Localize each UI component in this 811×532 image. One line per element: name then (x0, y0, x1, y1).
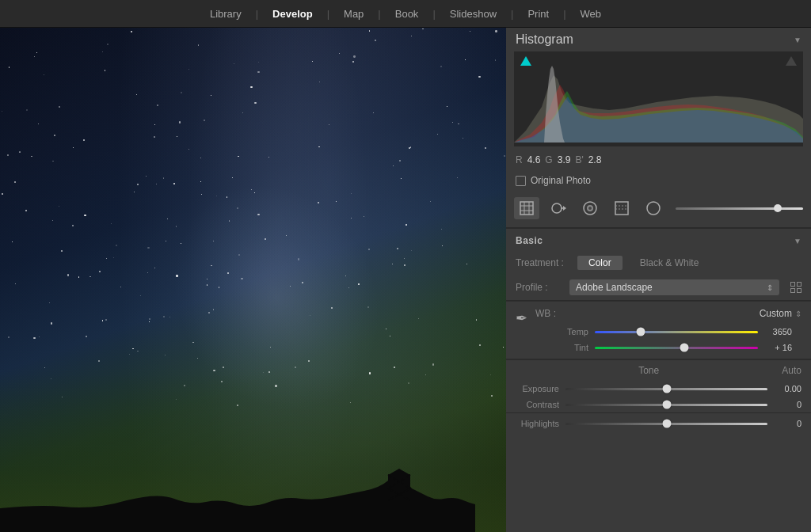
star (12, 241, 13, 242)
star (263, 372, 264, 373)
star (319, 82, 320, 82)
highlights-slider-container[interactable] (565, 418, 767, 429)
star (188, 149, 189, 150)
tone-curve-thumb[interactable] (774, 204, 782, 212)
wb-controls: WB : Custom ⇕ Temp 3650 (535, 308, 801, 355)
star (411, 36, 412, 36)
tone-curve-slider[interactable] (676, 207, 803, 210)
star (192, 342, 193, 343)
exposure-slider-container[interactable] (565, 383, 767, 394)
wb-dropdown[interactable]: Custom ⇕ (562, 308, 801, 319)
tone-auto-btn[interactable]: Auto (782, 365, 801, 376)
star (254, 102, 256, 104)
original-photo-row[interactable]: Original Photo (506, 172, 811, 192)
star (495, 59, 496, 60)
red-eye-tool[interactable] (577, 197, 603, 219)
star (232, 177, 233, 178)
grid-cell-br (797, 288, 801, 293)
star (270, 347, 271, 348)
star (25, 210, 27, 211)
star (437, 134, 438, 135)
star (44, 367, 45, 368)
svg-marker-16 (563, 206, 566, 211)
contrast-thumb[interactable] (662, 401, 671, 409)
star (465, 59, 466, 60)
nav-slideshow[interactable]: Slideshow (436, 0, 511, 27)
star (234, 63, 234, 64)
profile-grid-top (790, 282, 801, 287)
eyedropper-icon[interactable]: ✒ (516, 310, 527, 327)
star (318, 146, 319, 147)
star (154, 136, 155, 138)
star (394, 367, 395, 368)
photo-area (0, 28, 506, 532)
treatment-color-btn[interactable]: Color (577, 256, 623, 270)
temp-thumb[interactable] (636, 328, 645, 336)
highlights-track (565, 423, 767, 425)
star (367, 306, 369, 308)
star (495, 30, 497, 32)
histogram-header[interactable]: Histogram ▼ (506, 28, 811, 51)
profile-dropdown[interactable]: Adobe Landscape ⇕ (569, 279, 779, 295)
profile-grid-bottom (790, 288, 801, 293)
star (458, 124, 459, 124)
tint-thumb[interactable] (680, 344, 689, 352)
clipping-right-indicator[interactable] (786, 56, 797, 66)
star (290, 286, 291, 287)
grid-cell-tl (790, 282, 795, 287)
photo-canvas (0, 28, 506, 532)
star (140, 295, 141, 296)
star (26, 109, 28, 111)
graduated-filter-tool[interactable] (609, 197, 634, 219)
spot-removal-tool[interactable] (546, 197, 571, 219)
nav-web[interactable]: Web (566, 0, 616, 27)
basic-section-header[interactable]: Basic ▼ (506, 229, 811, 251)
star (201, 194, 202, 195)
star (410, 146, 411, 147)
star (154, 124, 155, 125)
crop-icon (519, 200, 535, 216)
nav-map[interactable]: Map (329, 0, 378, 27)
star (258, 62, 259, 63)
highlights-slider-row: Highlights 0 (506, 413, 811, 431)
tint-slider-container[interactable] (595, 342, 758, 353)
crop-tool[interactable] (514, 197, 539, 219)
star (177, 136, 177, 137)
exposure-thumb[interactable] (662, 385, 671, 393)
top-navigation: Library | Develop | Map | Book | Slidesh… (0, 0, 811, 28)
tone-label: Tone (516, 365, 782, 376)
star (242, 112, 243, 113)
star (173, 183, 175, 184)
star (478, 76, 480, 78)
exposure-value: 0.00 (774, 384, 801, 393)
contrast-slider-row: Contrast 0 (506, 397, 811, 412)
spot-removal-icon (550, 200, 567, 217)
nav-library[interactable]: Library (196, 0, 256, 27)
star (401, 178, 402, 179)
original-photo-checkbox[interactable] (516, 176, 526, 186)
g-value: 3.9 (558, 154, 571, 165)
profile-grid-icon[interactable] (790, 282, 801, 293)
star (442, 245, 443, 246)
svg-point-23 (647, 202, 660, 215)
star (241, 278, 242, 279)
radial-filter-icon (645, 200, 662, 217)
star (504, 155, 505, 157)
nav-develop[interactable]: Develop (258, 0, 327, 27)
star (368, 249, 370, 250)
star (197, 358, 198, 359)
temp-slider-container[interactable] (595, 326, 758, 337)
wb-section: ✒ WB : Custom ⇕ Temp (506, 301, 811, 359)
star (265, 238, 265, 239)
contrast-slider-container[interactable] (565, 399, 767, 410)
star (286, 235, 287, 236)
highlights-thumb[interactable] (662, 420, 671, 428)
nav-book[interactable]: Book (381, 0, 433, 27)
radial-filter-tool[interactable] (641, 197, 666, 219)
clipping-left-indicator[interactable] (520, 56, 531, 66)
star (67, 274, 69, 276)
treatment-bw-btn[interactable]: Black & White (629, 256, 710, 270)
svg-rect-20 (615, 202, 628, 215)
nav-print[interactable]: Print (513, 0, 563, 27)
star (134, 192, 135, 192)
